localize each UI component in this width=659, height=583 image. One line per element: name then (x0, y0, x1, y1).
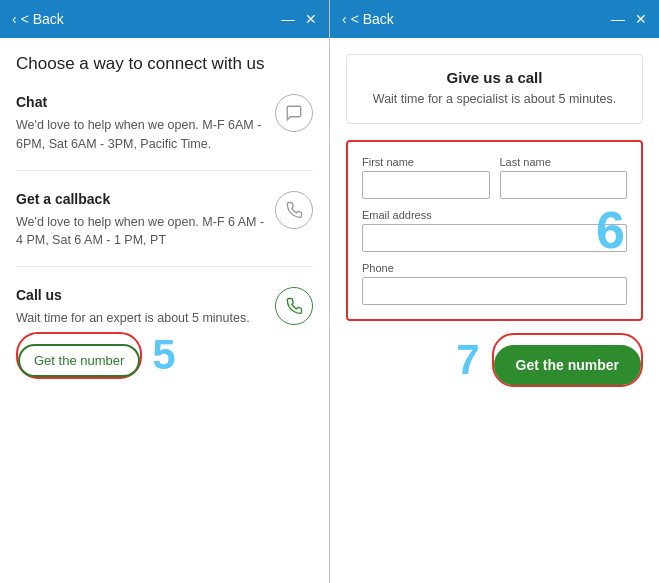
right-back-label: < Back (351, 11, 394, 27)
right-get-number-button[interactable]: Get the number (494, 345, 641, 385)
left-back-button[interactable]: ‹ < Back (12, 11, 64, 27)
phone-group: Phone (362, 262, 627, 305)
call-title: Give us a call (363, 69, 626, 86)
form-area: First name Last name Email address (346, 140, 643, 321)
step5-label: 5 (152, 334, 175, 376)
phone-label: Phone (362, 262, 627, 274)
email-input[interactable] (362, 224, 627, 252)
step7-row: 7 Get the number (346, 333, 643, 387)
callus-desc: Wait time for an expert is about 5 minut… (16, 309, 265, 328)
right-header-controls: — ✕ (611, 11, 647, 27)
chat-section: Chat We'd love to help when we open. M-F… (16, 94, 313, 171)
right-panel-content: Give us a call Wait time for a specialis… (330, 38, 659, 583)
form-box: First name Last name Email address (346, 140, 643, 321)
first-name-label: First name (362, 156, 490, 168)
get-number-outline: Get the number (16, 332, 142, 379)
last-name-label: Last name (500, 156, 628, 168)
callback-desc: We'd love to help when we open. M-F 6 AM… (16, 213, 265, 251)
email-row: Email address (362, 209, 627, 252)
last-name-group: Last name (500, 156, 628, 199)
chat-text: Chat We'd love to help when we open. M-F… (16, 94, 265, 154)
callus-row: Call us Wait time for an expert is about… (16, 287, 313, 328)
email-group: Email address (362, 209, 627, 252)
left-header: ‹ < Back — ✕ (0, 0, 329, 38)
first-name-input[interactable] (362, 171, 490, 199)
right-close-button[interactable]: ✕ (635, 11, 647, 27)
right-minimize-button[interactable]: — (611, 11, 625, 27)
right-back-button[interactable]: ‹ < Back (342, 11, 394, 27)
step7-label: 7 (456, 336, 479, 384)
callus-section: Call us Wait time for an expert is about… (16, 287, 313, 395)
get-number-button[interactable]: Get the number (18, 344, 140, 377)
phone-input[interactable] (362, 277, 627, 305)
callback-icon-button[interactable] (275, 191, 313, 229)
chat-desc: We'd love to help when we open. M-F 6AM … (16, 116, 265, 154)
minimize-button[interactable]: — (281, 11, 295, 27)
panel-title: Choose a way to connect with us (16, 54, 313, 74)
callback-phone-icon (285, 201, 303, 219)
name-row: First name Last name (362, 156, 627, 199)
chat-icon-button[interactable] (275, 94, 313, 132)
chat-icon (285, 104, 303, 122)
call-desc: Wait time for a specialist is about 5 mi… (363, 90, 626, 109)
get-number-row: Get the number 5 (16, 332, 313, 379)
chat-title: Chat (16, 94, 265, 110)
callus-icon-button[interactable] (275, 287, 313, 325)
callback-section: Get a callback We'd love to help when we… (16, 191, 313, 268)
callus-title: Call us (16, 287, 265, 303)
left-header-controls: — ✕ (281, 11, 317, 27)
back-label: < Back (21, 11, 64, 27)
right-back-arrow-icon: ‹ (342, 11, 347, 27)
email-label: Email address (362, 209, 627, 221)
call-info-box: Give us a call Wait time for a specialis… (346, 54, 643, 124)
close-button[interactable]: ✕ (305, 11, 317, 27)
last-name-input[interactable] (500, 171, 628, 199)
callback-row: Get a callback We'd love to help when we… (16, 191, 313, 251)
back-arrow-icon: ‹ (12, 11, 17, 27)
right-get-number-outline: Get the number (492, 333, 643, 387)
right-header: ‹ < Back — ✕ (330, 0, 659, 38)
callus-text: Call us Wait time for an expert is about… (16, 287, 265, 328)
callback-title: Get a callback (16, 191, 265, 207)
callus-phone-icon (285, 297, 303, 315)
left-panel: ‹ < Back — ✕ Choose a way to connect wit… (0, 0, 329, 583)
callback-text: Get a callback We'd love to help when we… (16, 191, 265, 251)
left-panel-content: Choose a way to connect with us Chat We'… (0, 38, 329, 583)
phone-row: Phone (362, 262, 627, 305)
right-panel: ‹ < Back — ✕ Give us a call Wait time fo… (330, 0, 659, 583)
first-name-group: First name (362, 156, 490, 199)
chat-row: Chat We'd love to help when we open. M-F… (16, 94, 313, 154)
